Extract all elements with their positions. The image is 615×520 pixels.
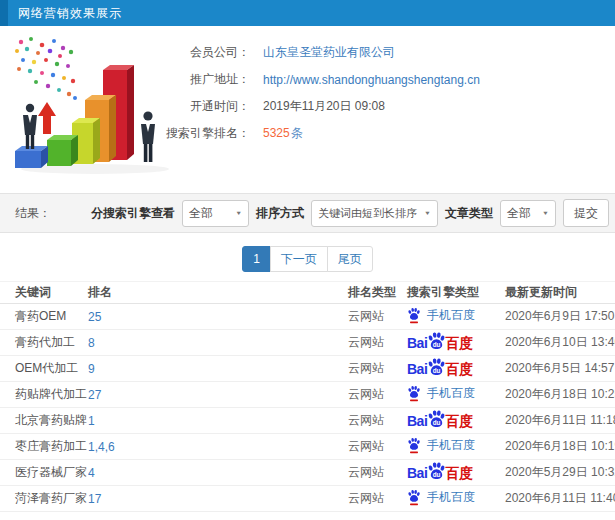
updated-cell: 2020年6月11日 11:40 [505,486,615,512]
next-page-button[interactable]: 下一页 [270,246,328,272]
baidu-paw-icon [407,437,421,454]
baidu-paw-icon [407,385,421,402]
rank-type-cell: 云网站 [348,330,407,356]
keyword-cell: 北京膏药贴牌 [0,408,88,434]
rank-link[interactable]: 1,4,6 [88,440,115,454]
rank-type-cell: 云网站 [348,382,407,408]
baidu-paw-icon: du [427,461,446,480]
table-row: 枣庄膏药加工 1,4,6 云网站 手机百度 2020年6月18日 10:19 [0,434,615,460]
baidu-pc-logo: Baidu百度 [407,411,473,430]
keyword-cell: 膏药OEM [0,304,88,330]
baidu-paw-icon [407,307,421,324]
table-row: 菏泽膏药厂家 17 云网站 手机百度 2020年6月11日 11:40 [0,486,615,512]
baidu-paw-icon [407,489,421,506]
updated-cell: 2020年6月18日 10:19 [505,434,615,460]
updated-cell: 2020年6月10日 13:40 [505,330,615,356]
info-row-open-time: 开通时间： 2019年11月20日 09:08 [158,93,480,120]
rank-type-cell: 云网站 [348,434,407,460]
summary-section: 会员公司： 山东皇圣堂药业有限公司 推广地址： http://www.shand… [0,26,615,193]
page-title: 网络营销效果展示 [18,5,122,22]
bar-blue [15,146,48,168]
svg-text:du: du [433,341,441,348]
rank-type-cell: 云网站 [348,460,407,486]
engine-filter-value: 全部 [189,205,213,222]
keyword-cell: 枣庄膏药加工 [0,434,88,460]
sort-select[interactable]: 关键词由短到长排序 ▼ [311,200,438,227]
open-time-value: 2019年11月20日 09:08 [263,98,385,115]
rank-type-cell: 云网站 [348,304,407,330]
businessman-right-figure [141,111,155,162]
rank-link[interactable]: 27 [88,388,101,402]
rank-link[interactable]: 9 [88,362,95,376]
keyword-cell: 膏药代加工 [0,330,88,356]
rank-count-value: 5325条 [263,125,303,142]
updated-cell: 2020年6月5日 14:57 [505,356,615,382]
baidu-pc-logo: Baidu百度 [407,359,473,378]
keyword-cell: 菏泽膏药厂家 [0,486,88,512]
rank-type-cell: 云网站 [348,408,407,434]
bar-green [47,135,78,166]
chevron-down-icon: ▼ [235,210,242,216]
rank-link[interactable]: 8 [88,336,95,350]
rank-link[interactable]: 1 [88,414,95,428]
updated-cell: 2020年5月29日 10:32 [505,460,615,486]
rank-link[interactable]: 17 [88,492,101,506]
table-header-row: 关键词 排名 排名类型 搜索引擎类型 最新更新时间 [0,282,615,304]
chevron-down-icon: ▼ [542,210,549,216]
last-page-button[interactable]: 尾页 [327,246,373,272]
baidu-paw-icon: du [427,331,446,350]
up-arrow-icon [38,102,56,134]
svg-text:du: du [433,471,441,478]
promo-url-link[interactable]: http://www.shandonghuangshengtang.cn [263,73,480,87]
pagination: 1 下一页 尾页 [0,246,615,272]
info-row-rank-count: 搜索引擎排名： 5325条 [158,120,480,147]
rank-link[interactable]: 4 [88,466,95,480]
chevron-down-icon: ▼ [424,210,431,216]
updated-cell: 2020年6月9日 17:50 [505,304,615,330]
mobile-baidu-logo: 手机百度 [407,489,475,506]
keyword-ranking-table: 关键词 排名 排名类型 搜索引擎类型 最新更新时间 膏药OEM 25 云网站 手… [0,281,615,512]
filter-bar: 结果： 分搜索引擎查看 全部 ▼ 排序方式 关键词由短到长排序 ▼ 文章类型 全… [0,193,615,233]
table-row: 膏药OEM 25 云网站 手机百度 2020年6月9日 17:50 [0,304,615,330]
engine-filter-select[interactable]: 全部 ▼ [182,200,249,227]
col-header-rank-type: 排名类型 [348,282,407,304]
page-button-1[interactable]: 1 [242,246,271,272]
table-row: 膏药代加工 8 云网站 Baidu百度 2020年6月10日 13:40 [0,330,615,356]
article-type-label: 文章类型 [445,205,493,222]
confetti-dots [15,37,77,100]
keyword-cell: 药贴牌代加工 [0,382,88,408]
result-label: 结果： [15,205,51,222]
engine-filter-label: 分搜索引擎查看 [91,205,175,222]
col-header-engine-type: 搜索引擎类型 [407,282,505,304]
col-header-keyword: 关键词 [0,282,88,304]
info-row-url: 推广地址： http://www.shandonghuangshengtang.… [158,66,480,93]
mobile-baidu-logo: 手机百度 [407,437,475,454]
baidu-pc-logo: Baidu百度 [407,333,473,352]
growth-chart-illustration [5,36,183,186]
col-header-rank: 排名 [88,282,348,304]
baidu-paw-icon: du [427,357,446,376]
company-link[interactable]: 山东皇圣堂药业有限公司 [263,44,395,61]
table-row: 医疗器械厂家 4 云网站 Baidu百度 2020年5月29日 10:32 [0,460,615,486]
baidu-paw-icon: du [427,409,446,428]
open-time-label: 开通时间： [158,98,250,115]
updated-cell: 2020年6月11日 11:18 [505,408,615,434]
sort-value: 关键词由短到长排序 [318,206,417,221]
mobile-baidu-logo: 手机百度 [407,385,475,402]
company-label: 会员公司： [158,44,250,61]
submit-button[interactable]: 提交 [563,199,609,227]
baidu-pc-logo: Baidu百度 [407,463,473,482]
info-row-company: 会员公司： 山东皇圣堂药业有限公司 [158,39,480,66]
updated-cell: 2020年6月18日 10:25 [505,382,615,408]
sort-label: 排序方式 [256,205,304,222]
col-header-updated: 最新更新时间 [505,282,615,304]
rank-link[interactable]: 25 [88,310,101,324]
promo-url-label: 推广地址： [158,71,250,88]
keyword-cell: OEM代加工 [0,356,88,382]
article-type-select[interactable]: 全部 ▼ [500,200,556,227]
keyword-cell: 医疗器械厂家 [0,460,88,486]
rank-type-cell: 云网站 [348,486,407,512]
table-row: 北京膏药贴牌 1 云网站 Baidu百度 2020年6月11日 11:18 [0,408,615,434]
table-row: OEM代加工 9 云网站 Baidu百度 2020年6月5日 14:57 [0,356,615,382]
rank-type-cell: 云网站 [348,356,407,382]
